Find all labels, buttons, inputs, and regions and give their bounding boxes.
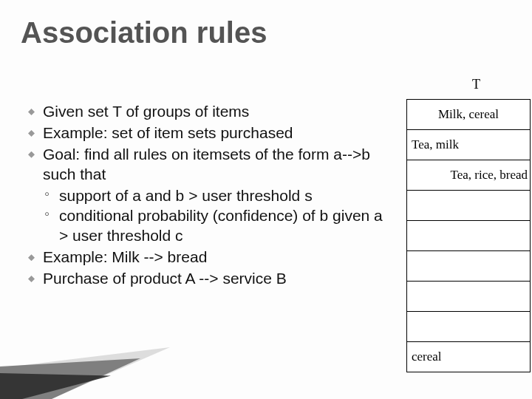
table-cell [407,221,531,251]
sub-bullet-text: conditional probability (confidence) of … [59,207,383,244]
slide-title: Association rules [21,16,511,50]
table-cell: Tea, rice, bread [407,160,531,191]
decorative-wedge [0,340,170,399]
bullet-text: Given set T of groups of items [43,103,249,120]
bullet-item: Goal: find all rules on itemsets of the … [25,145,387,246]
bullet-text: Goal: find all rules on itemsets of the … [43,146,370,183]
slide: Association rules T Given set T of group… [0,0,532,399]
table-cell [407,251,531,282]
table-cell: Milk, cereal [407,100,531,130]
table-cell [407,282,531,312]
bullet-item: Example: set of item sets purchased [25,123,387,143]
table-label: T [472,77,480,92]
bullet-text: Example: Milk --> bread [43,248,207,265]
bullet-item: Purchase of product A --> service B [25,269,387,289]
body-content: Given set T of groups of items Example: … [25,102,387,290]
table-cell [407,191,531,221]
table-cell [407,312,531,342]
sub-bullet-item: conditional probability (confidence) of … [43,206,387,246]
bullet-item: Example: Milk --> bread [25,248,387,267]
bullet-text: Example: set of item sets purchased [43,124,293,141]
bullet-text: Purchase of product A --> service B [43,270,287,287]
transactions-table: Milk, cereal Tea, milk Tea, rice, bread … [406,99,531,372]
table-cell: cereal [407,342,531,372]
table-cell: Tea, milk [407,130,531,160]
bullet-item: Given set T of groups of items [25,102,387,122]
sub-bullet-text: support of a and b > user threshold s [59,187,313,204]
sub-bullet-item: support of a and b > user threshold s [43,186,387,206]
